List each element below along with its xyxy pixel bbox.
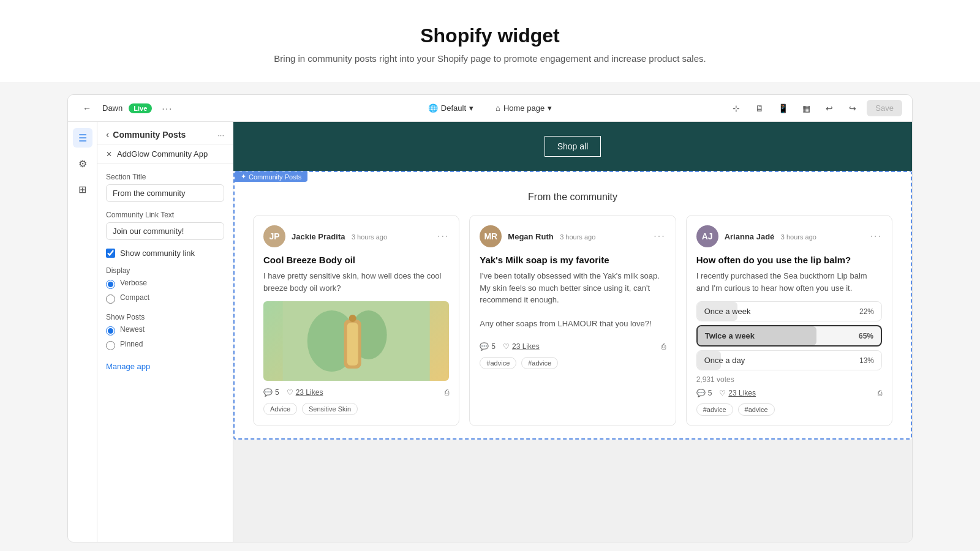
card-1-tag-1[interactable]: Advice	[263, 403, 297, 415]
newest-radio[interactable]	[106, 326, 115, 335]
card-1-tags: Advice Sensitive Skin	[263, 403, 449, 415]
top-bar-right: ⊹ 🖥 📱 ▦ ↩ ↪ Save	[557, 99, 902, 118]
card-2-username: Megan Ruth	[508, 232, 553, 241]
back-arrow-icon[interactable]: ‹	[106, 129, 109, 140]
card-1-comment-action[interactable]: 💬 5	[263, 388, 279, 397]
newest-row: Newest	[106, 325, 224, 336]
tablet-icon-btn[interactable]: 📱	[774, 99, 792, 118]
sidebar-header-dots[interactable]: ···	[217, 130, 224, 140]
post-card-3: AJ Arianna Jadé 3 hours ago ··· How ofte…	[686, 215, 892, 426]
verbose-row: Verbose	[106, 279, 224, 290]
editor-frame: ← Dawn Live ··· 🌐 Default ▾ ⌂ Home page …	[67, 94, 913, 542]
card-2-comment-action[interactable]: 💬 5	[480, 342, 496, 351]
community-section-container: ✦ Community Posts From the community JP	[233, 171, 912, 440]
card-1-share-action[interactable]: ⎙	[445, 388, 449, 397]
card-3-tag-1[interactable]: #advice	[696, 403, 733, 416]
card-3-share-action[interactable]: ⎙	[878, 389, 882, 397]
pinned-radio[interactable]	[106, 341, 115, 350]
card-1-like-action[interactable]: ♡ 23 Likes	[287, 388, 323, 397]
sidebar-icon-settings[interactable]: ⚙	[73, 154, 92, 173]
svg-point-5	[349, 315, 356, 322]
card-2-user-info: Megan Ruth 3 hours ago	[508, 231, 654, 242]
shop-all-button[interactable]: Shop all	[545, 136, 601, 157]
back-button[interactable]: ←	[78, 99, 96, 118]
card-3-username: Arianna Jadé	[725, 232, 775, 241]
card-3-like-action[interactable]: ♡ 23 Likes	[719, 389, 756, 397]
preview-hero: Shop all	[233, 122, 912, 171]
mobile-icon-btn[interactable]: ▦	[797, 99, 815, 118]
card-3-tag-2[interactable]: #advice	[738, 403, 775, 416]
theme-name: Dawn	[102, 103, 123, 113]
card-1-image	[263, 301, 449, 381]
card-3-avatar: AJ	[696, 225, 718, 247]
app-row: ✕ AddGlow Community App	[97, 144, 233, 164]
poll-option-2[interactable]: Twice a week 65%	[696, 325, 882, 347]
card-1-header: JP Jackie Pradita 3 hours ago ···	[263, 225, 449, 247]
card-3-time: 3 hours ago	[781, 233, 816, 241]
pinned-label: Pinned	[120, 340, 143, 348]
default-label: Default	[441, 103, 466, 113]
card-3-body: I recently purchased the Sea buckthorn L…	[696, 270, 882, 294]
redo-button[interactable]: ↪	[843, 99, 862, 118]
cursor-icon-btn[interactable]: ⊹	[727, 99, 745, 118]
poll-votes: 2,931 votes	[696, 375, 882, 384]
card-1-tag-2[interactable]: Sensitive Skin	[302, 403, 358, 415]
svg-rect-4	[347, 323, 358, 365]
card-3-user-info: Arianna Jadé 3 hours ago	[725, 231, 870, 242]
page-title: Shopify widget	[12, 24, 968, 47]
community-tab-icon: ✦	[241, 173, 246, 181]
verbose-radio[interactable]	[106, 280, 115, 289]
show-posts-label: Show Posts	[106, 313, 224, 321]
card-1-actions: 💬 5 ♡ 23 Likes ⎙	[263, 388, 449, 397]
share-icon: ⎙	[445, 388, 449, 397]
card-2-share-action[interactable]: ⎙	[662, 342, 666, 351]
heart-icon: ♡	[287, 388, 293, 397]
community-tab-label: ✦ Community Posts	[235, 171, 307, 182]
poll-option-1[interactable]: Once a week 22%	[696, 301, 882, 321]
sidebar-icon-sections[interactable]: ☰	[73, 128, 92, 148]
topbar-dots-button[interactable]: ···	[158, 99, 176, 118]
card-2-dots[interactable]: ···	[654, 231, 665, 242]
show-community-link-row: Show community link	[106, 249, 224, 258]
sidebar-icon-apps[interactable]: ⊞	[73, 179, 92, 199]
post-card-2: MR Megan Ruth 3 hours ago ··· Yak's Milk…	[469, 215, 676, 426]
top-bar-left: ← Dawn Live ···	[78, 99, 423, 118]
comment-icon-2: 💬	[480, 342, 489, 351]
card-3-actions: 💬 5 ♡ 23 Likes ⎙	[696, 389, 882, 397]
card-2-time: 3 hours ago	[560, 233, 595, 241]
cards-row: JP Jackie Pradita 3 hours ago ··· Cool B…	[253, 215, 892, 426]
default-selector[interactable]: 🌐 Default ▾	[423, 101, 478, 115]
card-2-like-action[interactable]: ♡ 23 Likes	[503, 342, 540, 351]
card-1-dots[interactable]: ···	[437, 231, 449, 242]
card-2-body: I've been totally obsessed with the Yak'…	[480, 270, 665, 330]
community-link-label: Community Link Text	[106, 211, 224, 219]
save-button[interactable]: Save	[867, 100, 902, 116]
display-group: Display Verbose Compact	[106, 266, 224, 304]
pinned-row: Pinned	[106, 340, 224, 351]
card-3-header: AJ Arianna Jadé 3 hours ago ···	[696, 225, 882, 247]
poll-option-3[interactable]: Once a day 13%	[696, 350, 882, 370]
live-badge: Live	[129, 103, 152, 113]
desktop-icon-btn[interactable]: 🖥	[750, 99, 769, 118]
undo-button[interactable]: ↩	[820, 99, 839, 118]
card-1-user-info: Jackie Pradita 3 hours ago	[292, 231, 437, 242]
show-community-link-checkbox[interactable]	[106, 249, 115, 258]
card-3-tags: #advice #advice	[696, 403, 882, 416]
home-icon: ⌂	[496, 103, 500, 113]
manage-app-link[interactable]: Manage app	[106, 362, 224, 371]
card-2-tag-1[interactable]: #advice	[480, 357, 516, 369]
card-3-comment-action[interactable]: 💬 5	[696, 389, 712, 397]
show-posts-radio-group: Newest Pinned	[106, 325, 224, 351]
community-link-group: Community Link Text	[106, 211, 224, 240]
top-bar: ← Dawn Live ··· 🌐 Default ▾ ⌂ Home page …	[68, 95, 912, 122]
heart-icon-2: ♡	[503, 342, 510, 351]
community-link-input[interactable]	[106, 222, 224, 240]
section-title-input[interactable]	[106, 184, 224, 202]
compact-label: Compact	[120, 293, 149, 302]
from-community-heading: From the community	[253, 192, 892, 203]
card-2-tag-2[interactable]: #advice	[521, 357, 558, 369]
compact-radio[interactable]	[106, 294, 115, 304]
homepage-selector[interactable]: ⌂ Home page ▾	[491, 101, 557, 115]
card-2-actions: 💬 5 ♡ 23 Likes ⎙	[480, 342, 665, 351]
card-3-dots[interactable]: ···	[870, 231, 882, 242]
